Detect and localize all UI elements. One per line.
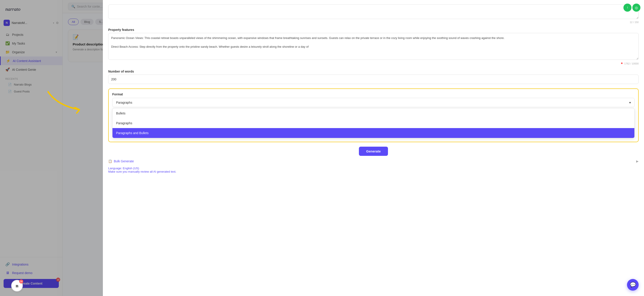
overlay: 12 / 150 Property features ● 1762 / 1000… — [0, 0, 644, 296]
language-value: English (US) — [123, 167, 139, 170]
narrato-floating-btn[interactable]: n 10 — [11, 280, 23, 291]
status-icon-2: ◎ — [632, 4, 640, 12]
narrato-circle[interactable]: n 10 — [11, 280, 23, 291]
format-selected-value: Paragraphs — [116, 101, 132, 104]
panel-content: 12 / 150 Property features ● 1762 / 1000… — [103, 0, 644, 296]
bulk-generate-icon: 📋 — [108, 160, 112, 163]
generate-button[interactable]: Generate — [359, 147, 388, 156]
language-label: Language: — [108, 167, 122, 170]
top-textarea[interactable] — [108, 5, 639, 19]
words-input[interactable] — [108, 75, 639, 84]
format-section: Format Paragraphs ▾ Bullets Paragraphs P… — [108, 88, 639, 142]
property-features-label: Property features — [108, 28, 639, 32]
review-note: Make sure you manually review all AI gen… — [108, 170, 176, 173]
side-panel: 12 / 150 Property features ● 1762 / 1000… — [103, 0, 644, 296]
bulk-generate[interactable]: 📋 Bulk Generate ▶ — [108, 160, 639, 163]
top-right-status: ↑ ◎ — [624, 4, 640, 12]
dropdown-item-paragraphs[interactable]: Paragraphs — [112, 118, 634, 128]
top-char-count: 12 / 150 — [108, 21, 639, 24]
red-dot-icon: ● — [621, 61, 623, 65]
narrato-letter: n — [16, 283, 18, 288]
dropdown-item-bullets[interactable]: Bullets — [112, 108, 634, 118]
form-group-property: Property features ● 1762 / 10000 — [108, 28, 639, 65]
format-dropdown: Bullets Paragraphs Paragraphs and Bullet… — [112, 108, 634, 138]
chat-button[interactable]: 💬 — [627, 279, 639, 291]
format-label: Format — [112, 92, 634, 96]
form-group-words: Number of words — [108, 70, 639, 84]
form-group-top: 12 / 150 — [108, 5, 639, 24]
language-note: Language: English (US) Make sure you man… — [108, 167, 639, 173]
property-features-textarea[interactable] — [108, 33, 639, 60]
words-label: Number of words — [108, 70, 639, 73]
status-icon-1: ↑ — [624, 4, 632, 12]
narrato-badge: 10 — [19, 279, 23, 283]
dropdown-item-paragraphs-and-bullets[interactable]: Paragraphs and Bullets — [112, 128, 634, 138]
chevron-down-icon: ▾ — [629, 101, 631, 104]
arrow-right-icon: ▶ — [636, 160, 639, 163]
property-char-count: 1762 / 10000 — [624, 62, 639, 65]
format-select[interactable]: Paragraphs ▾ — [112, 98, 634, 107]
bulk-generate-label: Bulk Generate — [114, 160, 134, 163]
chat-icon: 💬 — [630, 282, 636, 288]
